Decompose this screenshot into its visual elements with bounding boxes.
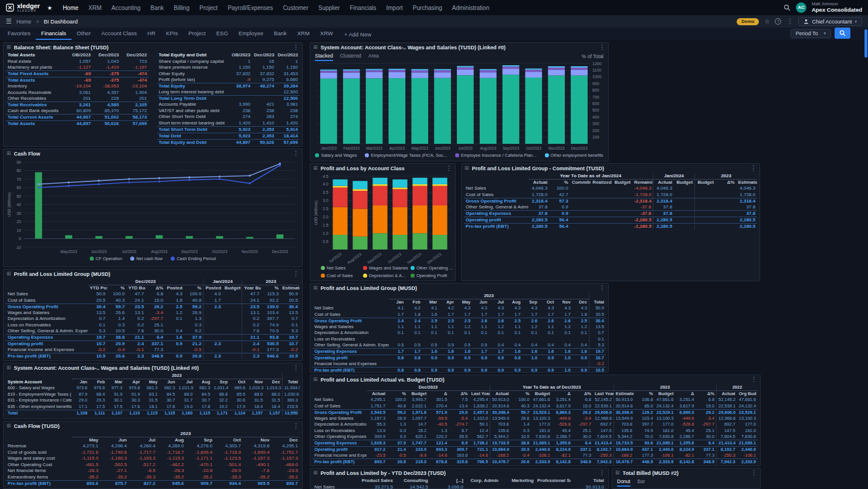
panel-menu-icon[interactable]: ⋮ [293,423,299,429]
table-row[interactable]: Total Assets44,89750,62657,699 [6,121,149,127]
tab-account-class[interactable]: Account Class [96,28,143,40]
table-row[interactable]: Financial Income and Expenses-0.2 [313,361,606,367]
table-row[interactable]: Pre-tax profit (EBT)10.520.62.3348.90.92… [6,353,300,360]
table-row[interactable]: Operating profit10.720.92.4337.10.921.22… [6,341,300,348]
tab-project[interactable]: Project [183,28,211,40]
chart-tab-donut[interactable]: Donut [617,478,630,487]
role-selector[interactable]: Chief Accountant ▾ [798,17,862,26]
tab-hr[interactable]: HR [142,28,161,40]
table-row[interactable]: Total Current Assets44,96751,00258,173 [6,114,149,121]
panel-menu-icon[interactable]: ⋮ [293,271,299,277]
table-row[interactable]: Other Short Term Debt274283274 [157,114,300,120]
table-row[interactable]: Total Debt5,9232,35318,414 [157,133,300,139]
tab-other[interactable]: Other [72,28,96,40]
table-row[interactable]: Cost of Sales20.540.324.115.01.840.81.72… [6,298,300,304]
table-row[interactable]: Operating Expenses1.71.71.61.61.61.71.71… [313,349,606,355]
panel-menu-icon[interactable]: ⋮ [293,44,299,50]
table-row[interactable]: Share capital / company capital1161 [157,59,300,65]
table-row[interactable]: Wages and Salaries1,157.326.91,097.7-59.… [313,416,758,422]
drag-handle-icon[interactable]: ⊞ [6,271,11,276]
cash-flow-chart[interactable]: -100102030405060708090May/2023Jun/2023Ju… [6,158,300,255]
drag-handle-icon[interactable]: ⊞ [6,423,11,429]
add-new-tab-button[interactable]: + Add New [338,29,377,40]
wages-stacked-bar-chart[interactable]: 100200300400500600700800900100011001200J… [313,60,606,151]
panel-menu-icon[interactable]: ⋮ [751,470,757,476]
table-row[interactable]: Total Equity and Debt44,89750,62657,699 [157,139,300,146]
global-search-icon[interactable] [784,4,791,11]
table-row[interactable]: Other Operating Expenses399.99.3620.1220… [313,434,758,440]
table-row[interactable]: Profit (before tax)-99,2756,680 [157,77,300,83]
table-row[interactable]: Depreciation & Amortization55.31.314.7-4… [313,421,758,428]
drag-handle-icon[interactable]: ⊞ [6,45,11,50]
table-row[interactable]: Other Selling, General & Admin. Expense5… [6,328,300,335]
table-row[interactable]: Pre-tax profit (EBT)2,280.556.4-2,280.52… [464,223,757,230]
menu-administration[interactable]: Administration [452,5,489,11]
favorite-page-icon[interactable]: ☆ [764,18,769,25]
menu-xrm[interactable]: XRM [89,5,101,11]
tab-kpis[interactable]: KPIs [161,28,183,40]
panel-menu-icon[interactable]: ⋮ [599,470,605,476]
table-row[interactable]: Accounts Payable3,9904213,981 [157,102,300,108]
menu-billing[interactable]: Billing [174,5,189,11]
table-row[interactable]: Pre-tax profit (EBT)893.720.8215.0678.83… [313,459,758,466]
panel-menu-icon[interactable]: ⋮ [293,150,299,157]
table-row[interactable]: Loss on Receivables0.10.30.225.10.30.274… [6,322,300,329]
menu-payroll-expenses[interactable]: Payroll/Expenses [228,5,273,11]
table-row[interactable]: Cash and Bank deposits60,80985,37075,172 [6,108,149,114]
table-row[interactable]: Cost of Sales1.71.81.61.71.71.71.71.71.7… [313,312,606,318]
table-row[interactable]: Total Long Term Debt12,500 [157,96,300,102]
chart-tab-area[interactable]: Area [368,52,379,61]
table-row[interactable]: Machinery and plants-1,127-1,419-1,197 [6,65,149,71]
menu-financials[interactable]: Financials [350,5,376,11]
menu-home[interactable]: Home [63,5,79,11]
table-row[interactable]: Total Assets-69-375-474 [6,77,149,84]
tab-bank[interactable]: Bank [269,28,292,40]
table-row[interactable]: 635 - Other employment benefits17.117.51… [6,404,300,410]
table-row[interactable]: Cost of Sales1,751.740.82,022.1270.413.4… [313,403,758,410]
table-row[interactable]: Total Fixed Assets-69-375-474 [6,71,149,77]
table-row[interactable]: 600 - Salary and Wages973.6975.6977.3979… [6,385,300,392]
table-row[interactable]: Operating Expenses37.80.9-37.837.837.8 [464,210,757,217]
search-button[interactable] [835,28,850,39]
drag-handle-icon[interactable]: ⊞ [615,470,620,475]
drag-handle-icon[interactable]: ⊞ [313,285,318,291]
table-row[interactable]: Other Equity37,83237,83231,453 [157,71,300,77]
scrollbar-thumb[interactable] [864,29,867,58]
period-to-select[interactable]: Period To ▾ [791,29,831,38]
tab-financials[interactable]: Financials [36,28,72,40]
panel-menu-icon[interactable]: ⋮ [751,376,757,383]
table-row[interactable]: Other Operating Cost-481.5-502.5-517.2-4… [6,462,300,468]
panel-menu-icon[interactable]: ⋮ [750,165,757,171]
chart-tab-clustered[interactable]: Clustered [340,52,361,61]
table-row[interactable]: Long term interest bearing debt12,500 [157,89,300,96]
pnl-by-account-class-chart[interactable]: 0.51.01.52.02.53.03.54.04.5Jul/2023Aug/2… [313,173,453,265]
chart-tab-bar[interactable]: Bar [638,478,645,487]
menu-supplier[interactable]: Supplier [318,5,340,11]
tab-xrm[interactable]: XRM [292,28,315,40]
table-row[interactable]: Net Sales33,271.514,542.53,099.050,913.0 [313,484,606,489]
drag-handle-icon[interactable]: ⊞ [313,377,318,382]
table-row[interactable]: Operating Expenses19.738.821.16.41.637.9… [6,335,300,341]
chart-tab-stacked[interactable]: Stacked [315,52,333,61]
table-row[interactable]: Gross Operating Profit2,543.559.21,971.6… [313,409,758,416]
table-row[interactable]: Financial Income and Expenses-0.2-0.4-0.… [6,347,300,353]
user-info[interactable]: Matt Johnson Apex Consolidated [812,2,862,14]
drag-handle-icon[interactable]: ⊞ [313,45,318,50]
table-row[interactable]: 619 - Employment/Wage Taxes (FI...87.988… [6,392,300,398]
table-row[interactable]: Gross Operating Profit2,318.457.3-2,318.… [464,198,757,204]
menu-accounting[interactable]: Accounting [111,5,140,11]
table-row[interactable]: VAT/ST and other public debt238238238 [157,108,300,114]
table-row[interactable]: Net Sales50.9100.047.76.84.3100.04.047.7… [6,291,300,298]
tab-employee[interactable]: Employee [233,28,269,40]
drag-handle-icon[interactable]: ⊞ [313,470,318,475]
table-row[interactable]: Gross Operating Profit30.459.723.529.22.… [6,303,300,310]
tab-favorites[interactable]: Favorites [2,28,36,40]
table-row[interactable]: Depreciation & Amortization0.10.10.10.10… [313,330,606,336]
tab-esg[interactable]: ESG [211,28,233,40]
help-icon[interactable]: ? [775,18,781,25]
table-row[interactable]: Financial Income and Expenses-23.5-0.5-8… [313,453,758,459]
table-row[interactable]: Real estate1,0571,043723 [6,59,149,65]
xledger-brand[interactable]: xledger XLEDGER [6,3,40,13]
table-row[interactable]: Operating profit2,280.556.4-2,280.52,280… [464,217,757,223]
table-row[interactable]: Inventory-19,104-38,953-19,104 [6,83,149,90]
